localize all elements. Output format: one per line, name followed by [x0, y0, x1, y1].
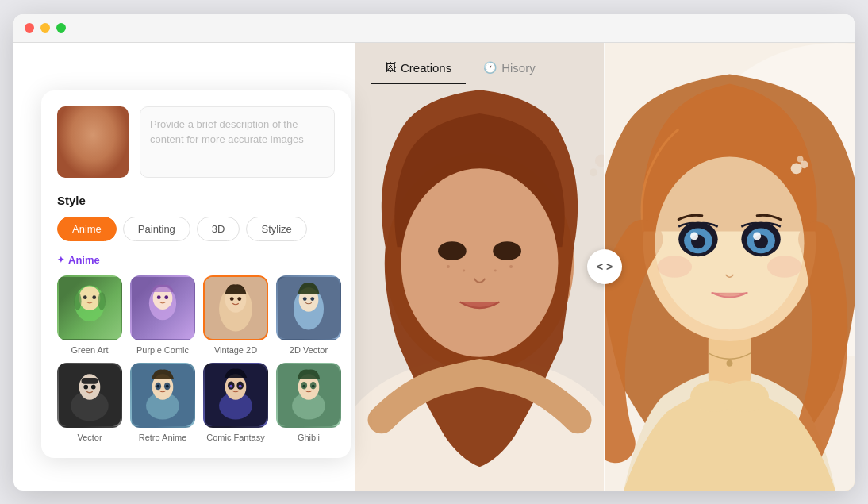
tab-creations[interactable]: 🖼 Creations: [371, 53, 466, 84]
image-comparison: < >: [355, 43, 855, 491]
traffic-light-green[interactable]: [56, 23, 66, 33]
style-thumb-vintage-2d: [203, 275, 268, 340]
svg-point-76: [767, 256, 802, 278]
svg-point-8: [157, 295, 161, 299]
style-label-comic-fantasy: Comic Fantasy: [206, 433, 264, 442]
style-thumb-vector: [57, 363, 122, 428]
style-btn-anime[interactable]: Anime: [57, 217, 117, 241]
style-btn-3d[interactable]: 3D: [197, 217, 240, 241]
svg-point-14: [237, 297, 241, 301]
svg-point-4: [74, 292, 82, 310]
svg-point-46: [312, 384, 315, 387]
style-item-vintage-2d[interactable]: Vintage 2D: [203, 275, 268, 355]
svg-point-24: [83, 384, 88, 389]
svg-point-73: [690, 232, 698, 240]
style-section-title: Style: [57, 194, 335, 207]
traffic-light-red[interactable]: [25, 23, 34, 33]
thumbnail-face: [57, 106, 129, 178]
svg-point-1: [79, 286, 101, 310]
svg-point-2: [83, 295, 87, 299]
browser-window: Provide a brief description of the conte…: [13, 14, 855, 491]
upload-area: Provide a brief description of the conte…: [57, 106, 335, 178]
style-item-retro-anime[interactable]: Retro Anime: [130, 363, 195, 442]
tab-history[interactable]: 🕐 Hisory: [469, 53, 550, 84]
svg-rect-23: [82, 378, 98, 384]
svg-point-57: [509, 265, 513, 268]
svg-point-39: [239, 384, 242, 387]
svg-point-13: [230, 297, 234, 301]
handle-arrows: < >: [597, 260, 613, 273]
style-btn-stylize[interactable]: Stylize: [246, 217, 306, 241]
svg-point-82: [797, 156, 804, 162]
description-input[interactable]: Provide a brief description of the conte…: [140, 106, 335, 178]
svg-point-19: [310, 297, 314, 301]
svg-point-51: [401, 168, 559, 356]
svg-point-75: [657, 256, 692, 278]
svg-point-66: [655, 156, 805, 329]
svg-point-25: [91, 384, 96, 389]
svg-point-80: [791, 163, 802, 174]
svg-point-38: [229, 384, 232, 387]
svg-point-45: [302, 384, 305, 387]
style-label-2d-vector: 2D Vector: [290, 345, 328, 355]
svg-point-54: [447, 265, 450, 268]
style-thumb-retro-anime: [130, 363, 195, 428]
svg-point-9: [164, 295, 168, 299]
svg-point-52: [438, 241, 467, 260]
svg-point-53: [493, 241, 521, 260]
tabs-bar: 🖼 Creations 🕐 Hisory: [355, 43, 855, 84]
style-buttons: Anime Painting 3D Stylize: [57, 217, 335, 241]
creations-icon: 🖼: [385, 61, 396, 74]
style-item-2d-vector[interactable]: 2D Vector: [276, 275, 341, 355]
svg-point-55: [463, 269, 465, 271]
style-thumb-green-art: [57, 275, 122, 340]
style-item-green-art[interactable]: Green Art: [57, 275, 122, 355]
style-item-comic-fantasy[interactable]: Comic Fantasy: [203, 363, 268, 442]
style-grid: Green Art: [57, 275, 335, 442]
tab-history-label: Hisory: [501, 61, 536, 75]
svg-point-79: [727, 360, 733, 366]
anime-side: [605, 43, 855, 491]
style-label-green-art: Green Art: [71, 345, 108, 355]
svg-point-60: [590, 168, 597, 176]
style-thumb-purple-comic: [130, 275, 195, 340]
browser-titlebar: [13, 14, 855, 43]
main-panel: 🖼 Creations 🕐 Hisory: [355, 43, 855, 491]
style-label-purple-comic: Purple Comic: [136, 345, 189, 355]
style-thumb-comic-fantasy: [203, 363, 268, 428]
style-item-purple-comic[interactable]: Purple Comic: [130, 275, 195, 355]
style-thumb-ghibli: [276, 363, 341, 428]
browser-content: Provide a brief description of the conte…: [13, 43, 855, 491]
svg-point-31: [156, 384, 159, 387]
svg-point-78: [722, 380, 769, 412]
subcategory-label: Anime: [57, 254, 335, 266]
svg-point-3: [92, 295, 96, 299]
style-label-ghibli: Ghibli: [298, 433, 320, 442]
control-card: Provide a brief description of the conte…: [41, 90, 351, 458]
svg-point-74: [753, 232, 761, 240]
style-item-ghibli[interactable]: Ghibli: [276, 363, 341, 442]
photo-thumbnail[interactable]: [57, 106, 129, 178]
photo-side: [355, 43, 605, 491]
svg-point-18: [303, 297, 307, 301]
history-icon: 🕐: [483, 61, 497, 74]
style-label-vintage-2d: Vintage 2D: [214, 345, 257, 355]
svg-point-5: [98, 292, 106, 310]
style-label-retro-anime: Retro Anime: [139, 433, 187, 442]
svg-point-32: [166, 384, 169, 387]
style-thumb-2d-vector: [276, 275, 341, 340]
style-label-vector: Vector: [77, 433, 102, 442]
comparison-handle[interactable]: < >: [587, 249, 622, 284]
left-panel: Provide a brief description of the conte…: [13, 43, 355, 491]
style-btn-painting[interactable]: Painting: [123, 217, 190, 241]
style-item-vector[interactable]: Vector: [57, 363, 122, 442]
svg-point-56: [494, 269, 497, 271]
traffic-light-yellow[interactable]: [40, 23, 50, 33]
tab-creations-label: Creations: [401, 61, 451, 75]
